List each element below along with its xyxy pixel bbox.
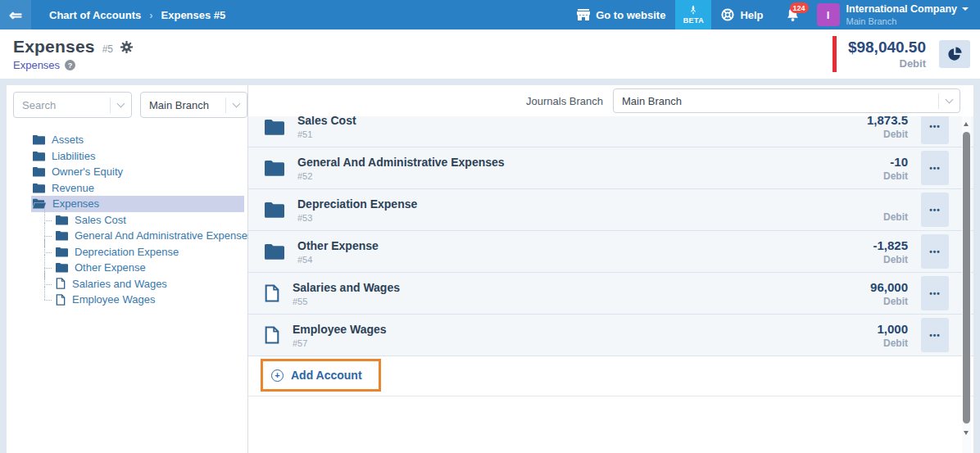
account-menu-button[interactable]: [921, 234, 949, 269]
breadcrumb-separator-icon: ›: [149, 9, 152, 21]
account-balance: 96,000: [870, 280, 908, 294]
account-menu-button[interactable]: [921, 116, 949, 144]
page-header: Expenses #5 Expenses ? $98,040.50 Debit: [0, 29, 980, 79]
account-number: #57: [293, 338, 387, 348]
folder-icon: [265, 160, 284, 176]
account-name: General And Administrative Expenses: [297, 156, 505, 169]
sidebar-item-sales-cost[interactable]: Sales Cost: [31, 212, 244, 229]
rocket-icon: [688, 5, 698, 16]
select-toggle[interactable]: [225, 97, 247, 113]
journals-branch-select[interactable]: Main Branch: [613, 88, 960, 113]
account-number: #51: [297, 129, 356, 139]
parent-account-link[interactable]: Expenses: [13, 59, 60, 71]
scrollbar-thumb[interactable]: [963, 132, 970, 424]
scrollbar-down-arrow-icon[interactable]: [964, 431, 969, 435]
go-to-website-label: Go to website: [596, 9, 665, 21]
account-row-employee-wages[interactable]: Employee Wages #57 1,000 Debit: [248, 315, 973, 356]
sidebar-branch-value: Main Branch: [141, 99, 209, 111]
account-name: Employee Wages: [293, 323, 387, 336]
back-button[interactable]: ⇐: [0, 0, 31, 29]
scrollbar-up-arrow-icon[interactable]: [964, 122, 969, 126]
sidebar-item-assets[interactable]: Assets: [31, 132, 244, 148]
account-balance: -1,825: [873, 238, 908, 252]
account-name: Depreciation Expense: [297, 197, 417, 211]
go-to-website-link[interactable]: Go to website: [567, 0, 675, 29]
beta-badge[interactable]: BETA: [675, 0, 711, 29]
file-icon: [56, 278, 66, 289]
account-row-sales-cost[interactable]: Sales Cost #51 1,873.5 Debit: [248, 116, 973, 147]
storefront-icon: [577, 9, 590, 20]
accounts-list: Sales Cost #51 1,873.5 Debit General And…: [248, 116, 973, 453]
folder-icon: [33, 183, 45, 193]
account-row-depreciation-expense[interactable]: Depreciation Expense #53 Debit: [248, 189, 973, 231]
folder-icon: [33, 134, 45, 145]
sidebar-item-owners-equity[interactable]: Owner's Equity: [31, 164, 244, 180]
account-number: #52: [297, 171, 505, 181]
back-arrow-icon: ⇐: [9, 7, 22, 23]
chevron-down-icon: [946, 96, 954, 104]
account-name: Other Expense: [297, 239, 379, 252]
chevron-down-icon: [962, 7, 969, 11]
search-input[interactable]: [14, 98, 94, 112]
account-number: #54: [297, 255, 379, 265]
sidebar-item-liabilities[interactable]: Liabilities: [31, 148, 244, 165]
account-balance-type: Debit: [870, 296, 908, 307]
account-menu-button[interactable]: [921, 276, 949, 310]
folder-icon: [56, 247, 68, 257]
plus-circle-icon: +: [271, 369, 284, 382]
content-card: Main Branch Assets Liabilities Owner's E…: [7, 85, 973, 453]
sidebar-item-general-admin-expenses[interactable]: General And Administrative Expenses: [31, 228, 244, 244]
account-balance-type: Debit: [873, 254, 908, 265]
accounts-list-panel: Journals Branch Main Branch Sales Cost #…: [248, 85, 973, 453]
folder-icon: [33, 166, 45, 177]
account-row-general-admin-expenses[interactable]: General And Administrative Expenses #52 …: [248, 147, 973, 189]
select-toggle[interactable]: [938, 93, 960, 109]
settings-gear-icon[interactable]: [120, 41, 133, 53]
account-menu-button[interactable]: [921, 193, 949, 227]
folder-icon: [265, 243, 284, 260]
add-account-label: Add Account: [291, 369, 362, 382]
account-balance: 1,873.5: [867, 116, 908, 127]
debit-accent-bar: [833, 36, 837, 72]
sidebar-item-employee-wages[interactable]: Employee Wages: [31, 292, 244, 308]
search-box: [13, 92, 132, 118]
account-menu-button[interactable]: [921, 151, 949, 185]
sidebar-item-other-expense[interactable]: Other Expense: [31, 260, 244, 276]
sidebar-item-expenses[interactable]: Expenses: [31, 196, 244, 212]
help-link[interactable]: Help: [711, 0, 773, 29]
file-icon: [265, 284, 279, 302]
account-balance-type: Debit: [883, 211, 908, 223]
folder-icon: [265, 119, 284, 135]
pie-chart-icon: [947, 47, 962, 61]
account-name: Salaries and Wages: [293, 281, 400, 294]
folder-icon: [56, 262, 68, 273]
breadcrumb-chart-of-accounts[interactable]: Chart of Accounts: [49, 9, 141, 21]
navbar-right: Go to website BETA Help 124 I Internatio…: [567, 0, 980, 29]
account-menu-button[interactable]: [921, 318, 949, 352]
account-balance: [883, 197, 908, 210]
notifications-button[interactable]: 124: [774, 0, 812, 29]
account-balance: -10: [883, 155, 908, 169]
help-label: Help: [740, 9, 763, 21]
accounts-sidebar: Main Branch Assets Liabilities Owner's E…: [7, 85, 248, 453]
chart-report-button[interactable]: [939, 40, 970, 68]
journals-branch-value: Main Branch: [614, 95, 682, 107]
search-dropdown-toggle[interactable]: [110, 97, 131, 113]
top-navbar: ⇐ Chart of Accounts › Expenses #5 Go to …: [0, 0, 980, 29]
sidebar-branch-select[interactable]: Main Branch: [140, 92, 247, 118]
company-branch: Main Branch: [846, 16, 969, 27]
page-title: Expenses: [13, 37, 95, 57]
folder-icon: [33, 151, 45, 161]
account-row-salaries-and-wages[interactable]: Salaries and Wages #55 96,000 Debit: [248, 273, 973, 315]
help-question-icon[interactable]: ?: [65, 60, 75, 70]
sidebar-item-revenue[interactable]: Revenue: [31, 180, 244, 197]
account-balance-type: Debit: [867, 129, 908, 140]
company-menu[interactable]: International Company Main Branch: [846, 2, 969, 28]
sidebar-item-salaries-and-wages[interactable]: Salaries and Wages: [31, 276, 244, 292]
sidebar-item-depreciation-expense[interactable]: Depreciation Expense: [31, 244, 244, 260]
scrollbar[interactable]: [962, 116, 971, 453]
account-row-other-expense[interactable]: Other Expense #54 -1,825 Debit: [248, 231, 973, 273]
add-account-button[interactable]: + Add Account: [261, 359, 381, 392]
avatar[interactable]: I: [817, 3, 840, 26]
journals-branch-label: Journals Branch: [526, 95, 603, 107]
